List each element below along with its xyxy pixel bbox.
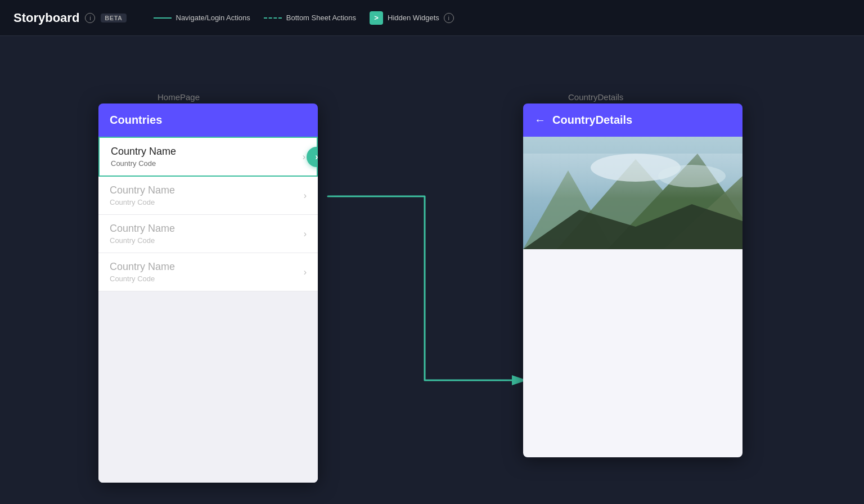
navigate-legend-label: Navigate/Login Actions bbox=[176, 14, 250, 22]
list-item-text: Country Name Country Code bbox=[110, 223, 175, 245]
detail-app-bar: ← CountryDetails bbox=[523, 104, 742, 137]
home-list-container: Country Name Country Code › › Country Na… bbox=[98, 137, 318, 483]
list-item-code: Country Code bbox=[110, 236, 175, 245]
navigate-legend: Navigate/Login Actions bbox=[154, 14, 250, 22]
bottom-sheet-legend: Bottom Sheet Actions bbox=[264, 14, 356, 22]
app-title: Storyboard bbox=[14, 11, 79, 25]
chevron-icon: › bbox=[304, 191, 307, 201]
chevron-icon: › bbox=[304, 229, 307, 239]
list-item-name: Country Name bbox=[111, 146, 176, 158]
list-item-name: Country Name bbox=[110, 184, 175, 196]
list-item-code: Country Code bbox=[110, 274, 175, 283]
hidden-widgets-icon: > bbox=[370, 11, 383, 25]
bottom-sheet-legend-line bbox=[264, 17, 282, 19]
countrydetails-label: CountryDetails bbox=[568, 92, 623, 102]
hidden-widgets-legend-label: Hidden Widgets bbox=[388, 14, 439, 22]
list-item-text: Country Name Country Code bbox=[111, 146, 176, 168]
bottom-sheet-legend-label: Bottom Sheet Actions bbox=[286, 14, 356, 22]
homepage-label: HomePage bbox=[158, 92, 200, 102]
hidden-widgets-legend: > Hidden Widgets i bbox=[370, 11, 454, 25]
topbar: Storyboard i BETA Navigate/Login Actions… bbox=[0, 0, 864, 36]
svg-point-7 bbox=[658, 165, 726, 187]
chevron-icon: › bbox=[304, 267, 307, 277]
country-image bbox=[523, 137, 742, 249]
list-item-text: Country Name Country Code bbox=[110, 184, 175, 206]
info-icon[interactable]: i bbox=[85, 13, 95, 23]
detail-content bbox=[523, 249, 742, 457]
chevron-icon: › bbox=[303, 152, 305, 162]
home-app-bar: Countries bbox=[98, 104, 318, 137]
list-item-code: Country Code bbox=[110, 198, 175, 206]
home-app-bar-title: Countries bbox=[110, 114, 162, 127]
logo-group: Storyboard i BETA bbox=[14, 11, 127, 25]
list-item[interactable]: Country Name Country Code › bbox=[98, 215, 318, 253]
list-item-code: Country Code bbox=[111, 159, 176, 168]
back-arrow-icon[interactable]: ← bbox=[534, 114, 546, 127]
navigate-action-button[interactable]: › bbox=[307, 147, 318, 167]
legend-group: Navigate/Login Actions Bottom Sheet Acti… bbox=[154, 11, 454, 25]
list-item-name: Country Name bbox=[110, 223, 175, 235]
home-phone-frame: Countries Country Name Country Code › › … bbox=[98, 104, 318, 483]
hidden-widgets-info-icon[interactable]: i bbox=[444, 13, 454, 23]
list-item[interactable]: Country Name Country Code › bbox=[98, 177, 318, 215]
mountain-illustration bbox=[523, 137, 742, 249]
list-item-name: Country Name bbox=[110, 261, 175, 273]
detail-phone-frame: ← CountryDetails bbox=[523, 104, 742, 457]
list-item[interactable]: Country Name Country Code › bbox=[98, 253, 318, 291]
beta-badge: BETA bbox=[101, 14, 126, 22]
list-item-text: Country Name Country Code bbox=[110, 261, 175, 283]
navigate-legend-line bbox=[154, 17, 172, 19]
list-item[interactable]: Country Name Country Code › › bbox=[98, 137, 318, 177]
canvas: HomePage Countries Country Name Country … bbox=[0, 36, 864, 504]
detail-app-bar-title: CountryDetails bbox=[552, 114, 632, 127]
list-spacer bbox=[98, 291, 318, 483]
